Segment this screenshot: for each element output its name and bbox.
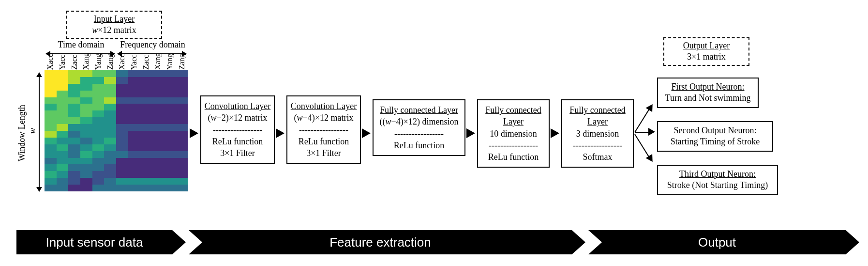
window-length-label: Window Length	[17, 97, 27, 170]
freq-domain-arrow	[118, 53, 186, 54]
output-layer-shape: 3×1 matrix	[669, 51, 744, 63]
sep: -----------------	[204, 124, 271, 136]
conv1-shape: (w−2)×12 matrix	[204, 112, 271, 124]
stage-3-label: Output	[588, 230, 846, 254]
fc1-shape: ((w−4)×12) dimension	[376, 116, 462, 127]
arrow-5	[551, 128, 559, 138]
output3-desc: Stroke (Not Starting Timing)	[663, 180, 772, 191]
chan-6: Xacc	[118, 61, 126, 70]
conv2-act: ReLu function	[290, 136, 357, 147]
chan-9: Xang	[153, 61, 162, 70]
window-length-arrow	[39, 73, 40, 191]
window-var-label: w	[28, 126, 38, 136]
fc2-shape: 10 dimension	[481, 128, 546, 140]
arrow-2	[276, 128, 284, 138]
chan-5: Zang	[106, 61, 115, 70]
fc2-act: ReLu function	[481, 151, 546, 163]
output1-box: First Output Neuron: Turn and Not swimmi…	[657, 78, 759, 108]
sep: -----------------	[290, 124, 357, 136]
stage-1-label: Input sensor data	[16, 230, 172, 254]
output1-title: First Output Neuron:	[663, 81, 753, 93]
fc1-box: Fully connected Layer ((w−4)×12) dimensi…	[373, 99, 465, 156]
conv1-title: Convolution Layer	[204, 100, 271, 112]
arrow-1	[190, 128, 198, 138]
arrow-3	[362, 128, 371, 138]
fc1-act: ReLu function	[376, 140, 462, 151]
chan-8: Zacc	[142, 61, 150, 70]
freq-domain-label: Frequency domain	[115, 40, 190, 50]
fc2-box: Fully connected Layer 10 dimension -----…	[477, 99, 550, 168]
chan-1: Yacc	[58, 61, 67, 70]
conv1-act: ReLu function	[204, 136, 271, 147]
time-domain-arrow	[46, 53, 115, 54]
sep: -----------------	[481, 140, 546, 151]
chan-10: Yang	[165, 61, 174, 70]
chan-3: Xang	[82, 61, 90, 70]
output3-box: Third Output Neuron: Stroke (Not Startin…	[657, 165, 778, 195]
fc3-shape: 3 dimension	[565, 128, 630, 140]
conv2-title: Convolution Layer	[290, 100, 357, 112]
output2-desc: Starting Timing of Stroke	[663, 136, 767, 147]
conv1-box: Convolution Layer (w−2)×12 matrix ------…	[200, 95, 275, 164]
fc3-box: Fully connected Layer 3 dimension ------…	[561, 99, 634, 168]
stage-1: Input sensor data	[16, 230, 186, 254]
conv2-shape: (w−4)×12 matrix	[290, 112, 357, 124]
fc3-title: Fully connected Layer	[565, 104, 630, 128]
chan-7: Yacc	[130, 61, 138, 70]
fc2-title: Fully connected Layer	[481, 104, 546, 128]
stage-row: Input sensor data Feature extraction Out…	[16, 230, 863, 254]
arrow-4	[466, 128, 475, 138]
diagram-root: Input Layer w×12 matrix Output Layer 3×1…	[0, 0, 868, 266]
conv1-filter: 3×1 Filter	[204, 147, 271, 159]
conv2-filter: 3×1 Filter	[290, 147, 357, 159]
output2-box: Second Output Neuron: Starting Timing of…	[657, 121, 773, 152]
output-layer-title: Output Layer	[669, 40, 744, 51]
sep: -----------------	[376, 128, 462, 140]
output1-desc: Turn and Not swimming	[663, 93, 753, 104]
output2-title: Second Output Neuron:	[663, 125, 767, 136]
input-layer-title: Input Layer	[72, 14, 156, 25]
output3-title: Third Output Neuron:	[663, 169, 772, 180]
fan-head-2	[648, 128, 655, 136]
chan-4: Yang	[94, 61, 103, 70]
chan-2: Zacc	[70, 61, 79, 70]
stage-3: Output	[588, 230, 859, 254]
fc3-act: Softmax	[565, 151, 630, 163]
input-layer-box: Input Layer w×12 matrix	[66, 11, 162, 39]
channel-labels: Xacc Yacc Zacc Xang Yang Zang Xacc Yacc …	[45, 57, 188, 70]
sep: -----------------	[565, 140, 630, 151]
heatmap-image	[45, 70, 188, 191]
chan-0: Xacc	[46, 61, 55, 70]
time-domain-label: Time domain	[48, 40, 114, 50]
stage-2: Feature extraction	[189, 230, 585, 254]
chan-11: Zang	[178, 61, 186, 70]
stage-2-label: Feature extraction	[189, 230, 572, 254]
input-layer-shape: w×12 matrix	[72, 25, 156, 36]
fan-line-3	[634, 134, 650, 159]
fc1-title: Fully connected Layer	[376, 104, 462, 116]
output-layer-box: Output Layer 3×1 matrix	[663, 37, 749, 66]
conv2-box: Convolution Layer (w−4)×12 matrix ------…	[286, 95, 361, 164]
